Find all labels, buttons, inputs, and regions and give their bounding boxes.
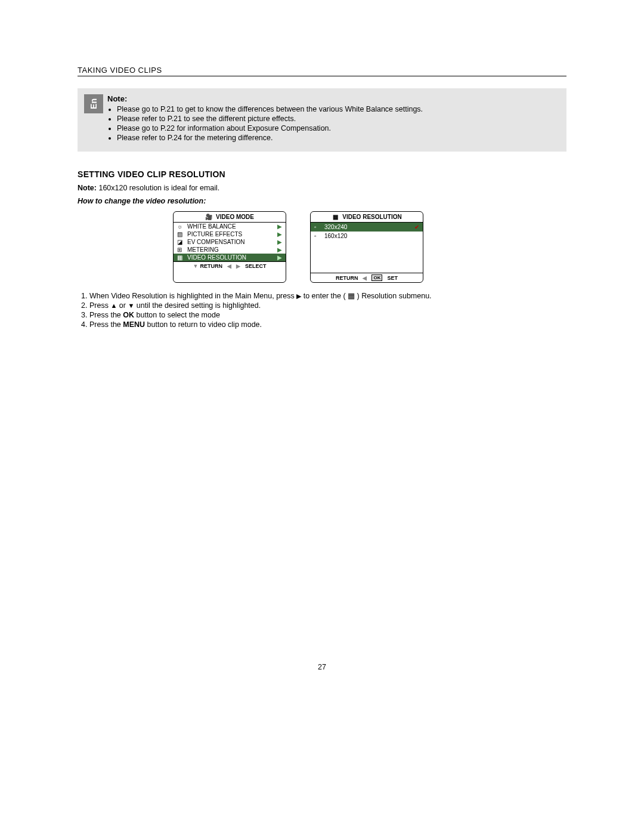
menu-row-white-balance: ☼ WHITE BALANCE ▶ [174,223,286,230]
note-line: Note: 160x120 resolution is ideal for em… [78,184,566,192]
step-item: Press the OK button to select the mode [89,311,566,319]
resolution-label: 320x240 [324,224,347,230]
triangle-down-icon: ▼ [128,302,134,309]
panel-title: ▦ VIDEO RESOLUTION [311,212,423,223]
panel-footer: ▼RETURN ◀ ▶ SELECT [174,261,286,270]
white-balance-icon: ☼ [177,224,184,230]
set-label: SET [387,275,398,281]
triangle-left-icon: ◀ [227,263,231,269]
note-item: Please refer to P.21 to see the differen… [117,115,558,123]
step-item: Press ▲ or ▼ until the desired setting i… [89,301,566,310]
triangle-right-icon: ▶ [296,292,301,300]
menu-row-ev-compensation: ◪ EV COMPENSATION ▶ [174,238,286,246]
step-text: until the desired setting is highlighted… [134,301,261,310]
return-hint: ▼RETURN [193,263,222,269]
steps-list: When Video Resolution is highlighted in … [78,291,566,329]
menu-label: WHITE BALANCE [187,223,274,230]
step-text: button to select the mode [134,311,220,319]
note-prefix: Note: [78,184,97,192]
menu-label: VIDEO RESOLUTION [187,254,274,261]
resolution-row-160x120: ▫ 160x120 [311,232,423,240]
return-hint: RETURN [336,275,358,281]
subsection-heading: SETTING VIDEO CLIP RESOLUTION [78,169,566,179]
return-label: RETURN [200,263,222,269]
video-resolution-panel: ▦ VIDEO RESOLUTION ▫ 320x240 ✔ ▫ 160x120… [310,211,423,283]
chevron-right-icon: ▶ [277,246,282,253]
step-text: When Video Resolution is highlighted in … [89,292,296,300]
triangle-up-icon: ▲ [110,302,117,309]
menu-label: METERING [187,246,274,253]
panel-title: 🎥 VIDEO MODE [174,212,286,223]
res-small-icon: ▫ [314,233,321,239]
howto-label: How to change the video resolution: [78,197,566,205]
step-text: button to return to video clip mode. [145,320,262,329]
resolution-icon: ▦ [332,214,339,220]
note-block: En Note: Please go to P.21 to get to kno… [78,88,566,152]
ev-icon: ◪ [177,239,184,245]
video-mode-icon: 🎥 [205,214,212,220]
chevron-right-icon: ▶ [277,239,282,245]
panel-title-text: VIDEO RESOLUTION [342,214,401,220]
video-mode-panel: 🎥 VIDEO MODE ☼ WHITE BALANCE ▶ ▨ PICTURE… [173,211,286,283]
section-title: TAKING VIDEO CLIPS [78,66,566,76]
note-item: Please go to P.21 to get to know the dif… [117,105,558,113]
note-item: Please refer to P.24 for the metering di… [117,134,558,142]
menu-button-label: MENU [123,320,145,329]
menu-label: PICTURE EFFECTS [187,231,274,237]
resolution-icon: ▦ [177,255,184,261]
note-body: 160x120 resolution is ideal for email. [97,184,219,192]
triangle-right-icon: ▶ [236,263,240,269]
step-text: ) Resolution submenu. [355,292,432,300]
chevron-right-icon: ▶ [277,254,282,261]
language-tab: En [84,94,103,113]
step-text: Press the [89,320,123,329]
step-item: Press the MENU button to return to video… [89,320,566,329]
step-text: Press the [89,311,123,319]
step-item: When Video Resolution is highlighted in … [89,291,566,300]
picture-effects-icon: ▨ [177,232,184,237]
resolution-glyph-icon: ▦ [348,292,355,300]
menu-row-picture-effects: ▨ PICTURE EFFECTS ▶ [174,230,286,238]
step-text: or [117,301,128,310]
menu-row-video-resolution: ▦ VIDEO RESOLUTION ▶ [174,254,286,261]
panel-title-text: VIDEO MODE [216,214,254,220]
chevron-right-icon: ▶ [277,231,282,237]
ok-button-label: OK [123,311,134,319]
triangle-left-icon: ◀ [363,275,367,281]
note-list: Please go to P.21 to get to know the dif… [107,105,558,142]
res-small-icon: ▫ [314,224,321,230]
note-item: Please go to P.22 for information about … [117,124,558,132]
note-label: Note: [107,94,558,103]
resolution-label: 160x120 [324,233,347,239]
chevron-right-icon: ▶ [277,223,282,230]
check-icon: ✔ [414,224,419,230]
metering-icon: ⊞ [177,247,184,253]
panel-footer: RETURN ◀ OK SET [311,273,423,282]
step-text: to enter the ( [301,292,348,300]
triangle-down-icon: ▼ [193,263,199,269]
resolution-row-320x240: ▫ 320x240 ✔ [311,223,423,232]
menu-panels: 🎥 VIDEO MODE ☼ WHITE BALANCE ▶ ▨ PICTURE… [173,211,566,283]
step-text: Press [89,301,110,310]
menu-row-metering: ⊞ METERING ▶ [174,246,286,254]
select-label: SELECT [245,263,267,269]
menu-label: EV COMPENSATION [187,239,274,245]
return-label: RETURN [336,275,358,281]
page-number: 27 [78,663,566,671]
ok-icon: OK [371,274,382,281]
